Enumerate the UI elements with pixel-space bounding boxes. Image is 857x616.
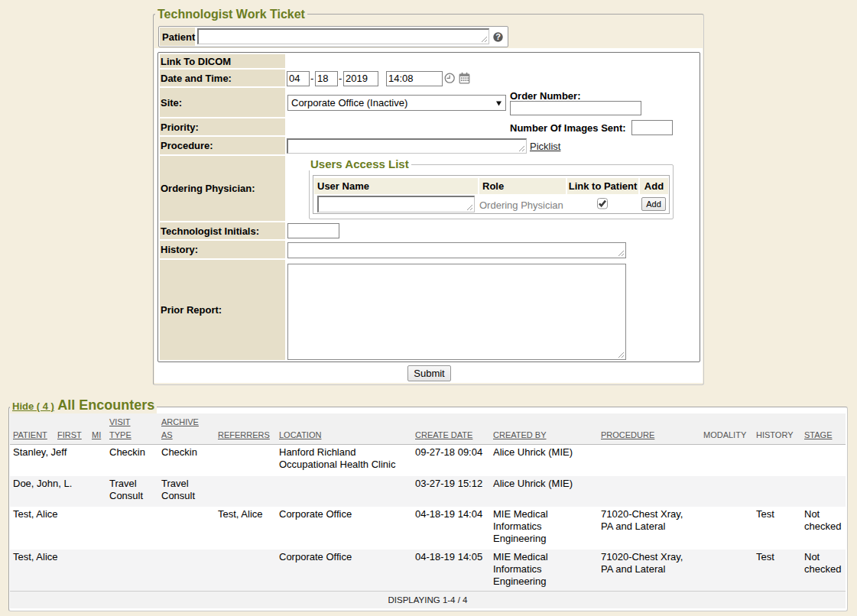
svg-text:?: ? (495, 32, 501, 41)
